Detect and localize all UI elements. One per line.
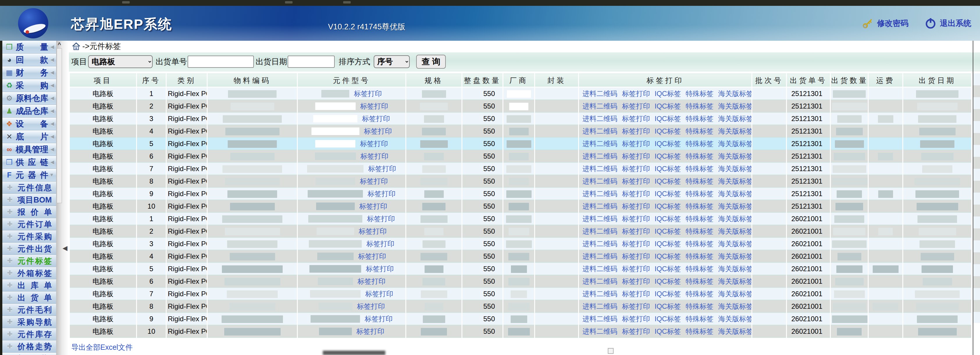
label-print-link-标签打印[interactable]: 标签打印 bbox=[622, 152, 650, 160]
label-print-link-IQC标签[interactable]: IQC标签 bbox=[655, 90, 681, 97]
chevron-left-icon[interactable]: ◀ bbox=[50, 159, 54, 165]
label-print-link-标签打印[interactable]: 标签打印 bbox=[622, 265, 650, 273]
model-label-print-link[interactable]: 标签打印 bbox=[360, 139, 388, 148]
sidebar-group-财务[interactable]: ▦财务◀ bbox=[2, 66, 56, 79]
sidebar-group-质量[interactable]: ❒质量◀ bbox=[2, 41, 56, 54]
label-print-link-标签打印[interactable]: 标签打印 bbox=[622, 240, 650, 248]
sidebar-group-产品组装[interactable]: U产品组装◀ bbox=[2, 353, 56, 355]
label-print-link-进料二维码[interactable]: 进料二维码 bbox=[582, 302, 617, 310]
label-print-link-标签打印[interactable]: 标签打印 bbox=[622, 227, 650, 235]
label-print-link-特殊标签[interactable]: 特殊标签 bbox=[686, 327, 714, 335]
chevron-left-icon[interactable]: ◀ bbox=[50, 82, 54, 88]
label-print-link-标签打印[interactable]: 标签打印 bbox=[622, 252, 650, 260]
label-print-link-特殊标签[interactable]: 特殊标签 bbox=[686, 265, 714, 273]
label-print-link-特殊标签[interactable]: 特殊标签 bbox=[686, 140, 714, 148]
label-print-link-IQC标签[interactable]: IQC标签 bbox=[655, 115, 681, 123]
model-label-print-link[interactable]: 标签打印 bbox=[360, 102, 388, 111]
label-print-link-特殊标签[interactable]: 特殊标签 bbox=[686, 102, 714, 110]
label-print-link-标签打印[interactable]: 标签打印 bbox=[622, 202, 650, 210]
label-print-link-特殊标签[interactable]: 特殊标签 bbox=[686, 290, 714, 298]
label-print-link-海关版标签[interactable]: 海关版标签 bbox=[718, 202, 751, 210]
label-print-link-进料二维码[interactable]: 进料二维码 bbox=[582, 240, 617, 248]
label-print-link-特殊标签[interactable]: 特殊标签 bbox=[686, 127, 714, 135]
chevron-left-icon[interactable]: ◀ bbox=[50, 121, 54, 127]
label-print-link-海关版标签[interactable]: 海关版标签 bbox=[718, 252, 751, 260]
search-button[interactable]: 查 询 bbox=[416, 55, 446, 68]
label-print-link-IQC标签[interactable]: IQC标签 bbox=[655, 227, 681, 235]
sidebar-group-设备[interactable]: ❖设备◀ bbox=[2, 118, 56, 131]
label-print-link-特殊标签[interactable]: 特殊标签 bbox=[686, 240, 714, 248]
label-print-link-海关版标签[interactable]: 海关版标签 bbox=[718, 165, 751, 172]
chevron-left-icon[interactable]: ◀ bbox=[50, 57, 54, 63]
label-print-link-标签打印[interactable]: 标签打印 bbox=[622, 315, 650, 323]
chevron-left-icon[interactable]: ◀ bbox=[50, 44, 54, 50]
sidebar-group-模具管理[interactable]: ∞模具管理◀ bbox=[2, 143, 56, 156]
sidebar-item-元件信息[interactable]: ✚元件信息 bbox=[2, 181, 56, 194]
label-print-link-标签打印[interactable]: 标签打印 bbox=[622, 127, 650, 135]
label-print-link-海关版标签[interactable]: 海关版标签 bbox=[718, 265, 751, 273]
label-print-link-进料二维码[interactable]: 进料二维码 bbox=[582, 90, 617, 97]
model-label-print-link[interactable]: 标签打印 bbox=[362, 114, 390, 123]
model-label-print-link[interactable]: 标签打印 bbox=[357, 302, 385, 311]
label-print-link-标签打印[interactable]: 标签打印 bbox=[622, 190, 650, 197]
label-print-link-IQC标签[interactable]: IQC标签 bbox=[655, 140, 681, 148]
label-print-link-进料二维码[interactable]: 进料二维码 bbox=[582, 215, 617, 223]
model-label-print-link[interactable]: 标签打印 bbox=[365, 289, 393, 299]
sidebar-item-元件标签[interactable]: ✚元件标签 bbox=[2, 255, 56, 267]
model-label-print-link[interactable]: 标签打印 bbox=[358, 252, 386, 261]
label-print-link-IQC标签[interactable]: IQC标签 bbox=[655, 165, 681, 172]
model-label-print-link[interactable]: 标签打印 bbox=[367, 214, 395, 223]
model-label-print-link[interactable]: 标签打印 bbox=[360, 177, 388, 186]
model-label-print-link[interactable]: 标签打印 bbox=[366, 264, 394, 274]
model-label-print-link[interactable]: 标签打印 bbox=[365, 314, 393, 323]
label-print-link-进料二维码[interactable]: 进料二维码 bbox=[582, 102, 617, 110]
label-print-link-标签打印[interactable]: 标签打印 bbox=[622, 90, 650, 97]
chevron-down-icon[interactable]: ▼ bbox=[49, 172, 54, 178]
label-print-link-IQC标签[interactable]: IQC标签 bbox=[655, 152, 681, 160]
label-print-link-特殊标签[interactable]: 特殊标签 bbox=[686, 152, 714, 160]
label-print-link-特殊标签[interactable]: 特殊标签 bbox=[686, 177, 714, 185]
label-print-link-特殊标签[interactable]: 特殊标签 bbox=[686, 202, 714, 210]
label-print-link-标签打印[interactable]: 标签打印 bbox=[622, 102, 650, 110]
model-label-print-link[interactable]: 标签打印 bbox=[366, 239, 395, 248]
label-print-link-进料二维码[interactable]: 进料二维码 bbox=[582, 277, 617, 285]
model-label-print-link[interactable]: 标签打印 bbox=[368, 164, 396, 174]
sidebar-collapse-strip[interactable]: ◀ bbox=[62, 41, 68, 355]
label-print-link-IQC标签[interactable]: IQC标签 bbox=[655, 315, 681, 323]
sidebar-item-元件库存[interactable]: ✚元件库存 bbox=[2, 328, 56, 341]
label-print-link-IQC标签[interactable]: IQC标签 bbox=[655, 127, 681, 135]
label-print-link-特殊标签[interactable]: 特殊标签 bbox=[686, 115, 714, 123]
label-print-link-标签打印[interactable]: 标签打印 bbox=[622, 277, 650, 285]
model-label-print-link[interactable]: 标签打印 bbox=[356, 327, 385, 336]
sidebar-group-原料仓库[interactable]: ⚙原料仓库◀ bbox=[2, 92, 56, 105]
scroll-up-arrow-icon[interactable]: ^ bbox=[56, 41, 62, 48]
label-print-link-IQC标签[interactable]: IQC标签 bbox=[655, 215, 681, 223]
sidebar-item-元件采购[interactable]: ✚元件采购 bbox=[2, 231, 56, 243]
label-print-link-进料二维码[interactable]: 进料二维码 bbox=[582, 177, 617, 185]
label-print-link-特殊标签[interactable]: 特殊标签 bbox=[686, 252, 714, 260]
chevron-left-icon[interactable]: ◀ bbox=[50, 134, 54, 140]
sidebar-item-报价单[interactable]: ✚报价单 bbox=[2, 206, 56, 218]
label-print-link-标签打印[interactable]: 标签打印 bbox=[622, 215, 650, 223]
model-label-print-link[interactable]: 标签打印 bbox=[361, 151, 388, 161]
export-excel-link[interactable]: 导出全部Excel文件 bbox=[71, 342, 133, 352]
label-print-link-特殊标签[interactable]: 特殊标签 bbox=[686, 90, 714, 97]
label-print-link-海关版标签[interactable]: 海关版标签 bbox=[718, 140, 751, 148]
label-print-link-进料二维码[interactable]: 进料二维码 bbox=[582, 327, 617, 335]
ship-no-input[interactable] bbox=[188, 56, 254, 68]
label-print-link-进料二维码[interactable]: 进料二维码 bbox=[582, 152, 617, 160]
sort-select[interactable]: 序号 bbox=[374, 55, 410, 68]
label-print-link-海关版标签[interactable]: 海关版标签 bbox=[718, 227, 751, 235]
label-print-link-IQC标签[interactable]: IQC标签 bbox=[655, 202, 681, 210]
label-print-link-IQC标签[interactable]: IQC标签 bbox=[655, 290, 681, 298]
label-print-link-IQC标签[interactable]: IQC标签 bbox=[655, 265, 681, 273]
label-print-link-进料二维码[interactable]: 进料二维码 bbox=[582, 290, 617, 298]
label-print-link-标签打印[interactable]: 标签打印 bbox=[622, 115, 650, 123]
label-print-link-海关版标签[interactable]: 海关版标签 bbox=[718, 115, 751, 123]
sidebar-group-供应链[interactable]: ❒供应链◀ bbox=[2, 156, 56, 169]
label-print-link-特殊标签[interactable]: 特殊标签 bbox=[686, 190, 714, 197]
chevron-left-icon[interactable]: ◀ bbox=[50, 95, 54, 101]
label-print-link-IQC标签[interactable]: IQC标签 bbox=[655, 190, 681, 197]
chevron-left-icon[interactable]: ◀ bbox=[50, 146, 54, 153]
label-print-link-特殊标签[interactable]: 特殊标签 bbox=[686, 277, 714, 285]
